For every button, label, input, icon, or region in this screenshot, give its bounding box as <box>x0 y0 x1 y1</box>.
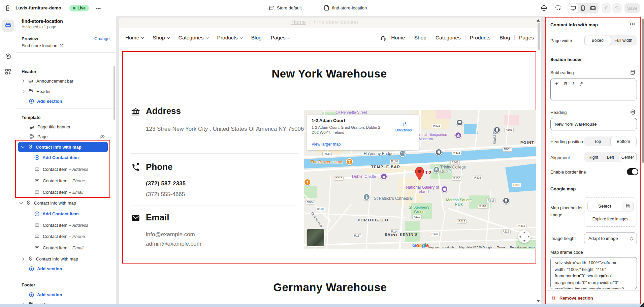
sections-rail-button[interactable] <box>2 20 14 32</box>
dynamic-source-icon[interactable] <box>630 69 636 75</box>
nav-categories-2[interactable]: Categories <box>436 35 461 41</box>
add-section-button-template[interactable]: Add section <box>16 264 116 274</box>
link-icon[interactable] <box>579 81 584 86</box>
tree-item-page-title-banner[interactable]: Page title banner <box>16 122 116 132</box>
heading-position-bottom-button[interactable]: Bottom <box>611 137 637 146</box>
map-pan-control[interactable] <box>518 230 531 243</box>
preview-page-link[interactable]: Find store location <box>22 43 57 48</box>
add-section-button-header[interactable]: Add section <box>16 96 116 106</box>
phone-primary: (372) 587-2335 <box>146 180 186 187</box>
nav-products[interactable]: Products <box>217 35 242 41</box>
nav-divider <box>465 35 465 40</box>
view-larger-map-link[interactable]: View larger map <box>312 142 341 147</box>
select-element-icon[interactable] <box>555 5 562 11</box>
map-placeholder-image-picker: Select Explore free images <box>584 197 637 227</box>
sidebar-scrollbar[interactable] <box>114 66 115 120</box>
subheading-input[interactable] <box>551 89 637 100</box>
terms-link[interactable]: Terms <box>497 246 505 249</box>
chevron-right-icon[interactable] <box>21 90 25 93</box>
nav-blog[interactable]: Blog <box>251 35 262 41</box>
page-selector[interactable]: find-store-location <box>324 5 367 11</box>
nav-categories[interactable]: Categories <box>179 35 208 41</box>
apps-rail-button[interactable] <box>2 66 14 78</box>
add-section-button-footer[interactable]: Add section <box>16 289 116 300</box>
tree-item-contact-item-email[interactable]: Contact item – Email <box>16 187 116 197</box>
alignment-right-button[interactable]: Right <box>585 153 602 162</box>
nav-pages-2[interactable]: Pages <box>519 35 534 41</box>
bold-button[interactable]: B <box>564 81 567 86</box>
tree-item-contact-info-with-map-2[interactable]: Contact info with map <box>16 198 116 208</box>
chevron-right-icon[interactable] <box>21 257 25 260</box>
map-iframe-code-textarea[interactable]: <div style="width: 100%"><iframe width="… <box>550 257 637 289</box>
tree-item-header[interactable]: Header <box>16 86 116 96</box>
magic-sparkle-icon[interactable] <box>554 81 559 86</box>
tree-item-announcement-bar[interactable]: Announcement bar <box>16 76 116 86</box>
desktop-view-button[interactable] <box>568 3 578 13</box>
nav-shop[interactable]: Shop <box>153 35 169 41</box>
preview-scrollbar-thumb[interactable] <box>538 23 540 50</box>
panel-more-menu[interactable]: ••• <box>630 22 635 26</box>
google-logo[interactable]: Google <box>412 242 429 248</box>
mobile-view-button[interactable] <box>578 3 588 13</box>
subheading-richtext-editor[interactable]: B I <box>550 79 637 100</box>
topbar-more-menu[interactable]: ••• <box>96 6 101 11</box>
tree-item-contact-item-phone[interactable]: Contact item – Phone <box>16 176 116 186</box>
fullscreen-view-button[interactable] <box>588 3 598 13</box>
redo-button[interactable]: ↷ <box>612 3 622 13</box>
enable-border-toggle[interactable] <box>627 168 638 175</box>
tree-item-page[interactable]: Page <box>16 131 116 142</box>
theme-settings-rail-button[interactable] <box>2 50 14 62</box>
preview-scroll-down-icon[interactable] <box>537 300 540 302</box>
dynamic-image-source-button[interactable] <box>622 201 633 211</box>
inspector-icon[interactable] <box>541 5 547 11</box>
heading-input[interactable] <box>550 118 637 130</box>
hide-section-eye-off-icon[interactable] <box>100 134 105 139</box>
page-width-boxed-button[interactable]: Boxed <box>585 36 611 45</box>
add-contact-item-button[interactable]: Add Contact item <box>16 152 116 162</box>
tree-item-contact-info-with-map-selected[interactable]: Contact info with map <box>18 142 108 152</box>
tree-item-contact-item-address[interactable]: Contact item – Address <box>16 164 116 174</box>
explore-free-images-link[interactable]: Explore free images <box>584 217 636 221</box>
section-icon <box>29 134 34 139</box>
nav-home[interactable]: Home <box>125 35 143 41</box>
report-error-link[interactable]: Report a map error <box>510 246 536 249</box>
heading-position-top-button[interactable]: Top <box>585 137 611 146</box>
page-width-full-button[interactable]: Full width <box>611 36 637 45</box>
italic-button[interactable]: I <box>572 81 574 86</box>
satellite-layer-toggle[interactable] <box>307 228 325 247</box>
select-image-button[interactable]: Select <box>587 201 634 211</box>
contact-info-with-map-section[interactable]: New York Warehouse Address 123 Stree New… <box>122 51 536 264</box>
road-badge: R118 <box>478 204 487 209</box>
nav-pages[interactable]: Pages <box>271 35 290 41</box>
road-badge: R110 <box>412 215 422 219</box>
add-contact-item-button-2[interactable]: Add Contact item <box>16 209 116 219</box>
image-height-select[interactable]: Adapt to image <box>584 233 637 244</box>
keyboard-shortcuts-link[interactable]: Keyboard shortcuts <box>428 246 455 249</box>
tree-item-contact-info-with-map-3[interactable]: Contact info with map <box>16 254 116 264</box>
add-section-label: Add section <box>37 292 62 297</box>
chevron-down-icon[interactable] <box>21 145 25 148</box>
dynamic-source-icon[interactable] <box>630 109 636 115</box>
panel-scrollbar[interactable] <box>642 19 644 163</box>
store-default-selector[interactable]: Store default <box>268 5 302 11</box>
undo-button[interactable]: ↶ <box>602 3 611 13</box>
nav-home-2[interactable]: Home <box>391 35 405 41</box>
nav-products-2[interactable]: Products <box>470 35 490 41</box>
nav-blog-2[interactable]: Blog <box>500 35 510 41</box>
preview-scroll-up-icon[interactable] <box>537 19 540 22</box>
chevron-right-icon[interactable] <box>21 79 25 83</box>
alignment-left-button[interactable]: Left <box>602 153 619 162</box>
breadcrumb-home-link[interactable]: Home <box>291 19 306 25</box>
alignment-center-button[interactable]: Center <box>619 153 636 162</box>
remove-section-button[interactable]: Remove section <box>559 296 593 301</box>
window-resize-grip[interactable] <box>639 302 644 307</box>
chevron-down-icon[interactable] <box>20 201 23 204</box>
save-button[interactable]: Save <box>624 3 640 13</box>
nav-shop-2[interactable]: Shop <box>414 35 426 41</box>
tree-item-contact-item-address-2[interactable]: Contact item – Address <box>16 220 116 230</box>
tree-item-contact-item-email-2[interactable]: Contact item – Email <box>16 243 116 253</box>
directions-button[interactable]: Directions <box>393 119 414 132</box>
google-map[interactable]: 14 Henrietta Street EPIC The Irish Emigr… <box>304 110 536 249</box>
tree-item-contact-item-phone-2[interactable]: Contact item – Phone <box>16 231 116 241</box>
exit-editor-icon[interactable] <box>5 5 11 11</box>
